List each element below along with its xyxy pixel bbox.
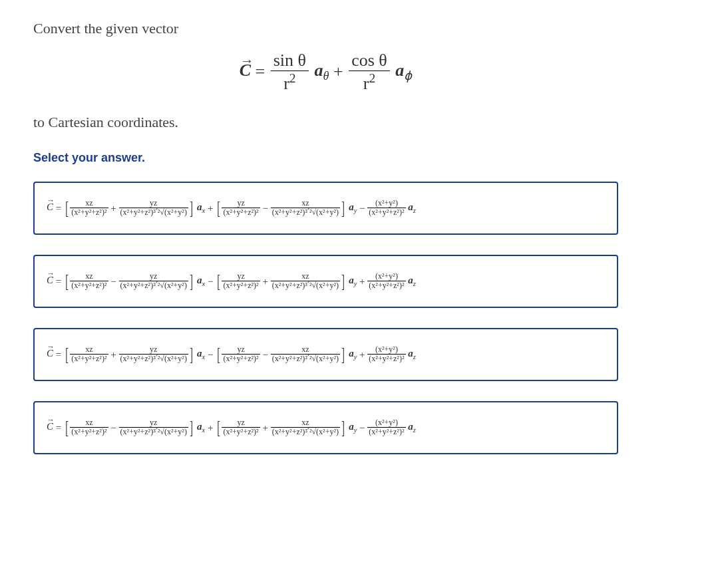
answer-option-2[interactable]: →C = [xz(x²+y²+z²)² − yz(x²+y²+z²)³՛²√(x… <box>33 255 618 308</box>
prompt-text-post: to Cartesian coordinates. <box>33 114 618 131</box>
answer-option-1[interactable]: →C = [xz(x²+y²+z²)² + yz(x²+y²+z²)³՛²√(x… <box>33 182 618 235</box>
answer-option-4[interactable]: →C = [xz(x²+y²+z²)² − yz(x²+y²+z²)³՛²√(x… <box>33 401 618 454</box>
prompt-text-pre: Convert the given vector <box>33 20 618 37</box>
given-vector-equation: →C = sin θ r2 aθ + cos θ r2 aϕ <box>33 51 618 94</box>
answer-option-3[interactable]: →C = [xz(x²+y²+z²)² + yz(x²+y²+z²)³՛²√(x… <box>33 328 618 381</box>
instruction-text: Select your answer. <box>33 151 618 165</box>
